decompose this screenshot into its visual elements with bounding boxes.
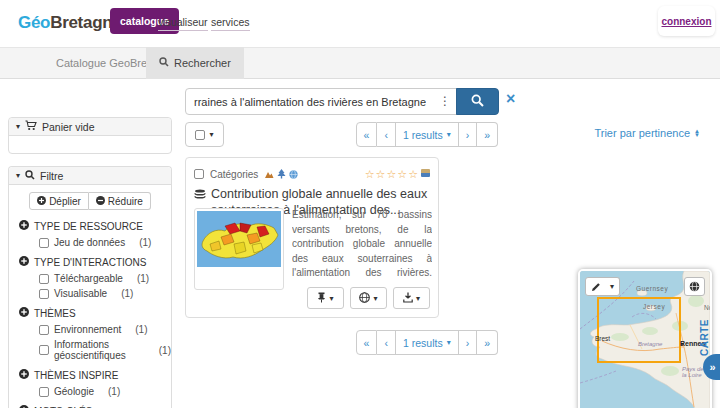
pagination-first-button[interactable]: « [356, 122, 378, 147]
draw-extent-button[interactable] [585, 277, 606, 296]
search-options-button[interactable]: ⋮ [434, 88, 457, 115]
clear-search-button[interactable]: × [506, 91, 515, 107]
pagination-first-button[interactable]: « [356, 330, 378, 355]
facet-checkbox[interactable] [39, 238, 49, 248]
facet-checkbox[interactable] [39, 289, 49, 299]
pagination-next-button[interactable]: › [459, 330, 478, 355]
nav-tab-services[interactable]: services [211, 16, 250, 31]
plus-circle-icon [19, 220, 29, 232]
facet-item[interactable]: Géologie(1) [9, 384, 171, 399]
pagination-prev-button[interactable]: ‹ [377, 330, 396, 355]
chevron-down-icon: ▾ [209, 130, 213, 139]
draw-options-dropdown[interactable]: ▾ [605, 277, 620, 296]
facet-title[interactable]: THÈMES [9, 303, 171, 322]
facet-themes-inspire: THÈMES INSPIRE Géologie(1) [9, 365, 171, 399]
filter-panel-header[interactable]: ▾ Filtre [9, 167, 171, 185]
facet-item[interactable]: Téléchargeable(1) [9, 271, 171, 286]
result-abstract: Estimation, sur 70 bassins versants bret… [292, 208, 432, 282]
facet-item[interactable]: Environnement(1) [9, 322, 171, 337]
search-icon [471, 93, 484, 111]
category-tree-icon [277, 165, 286, 183]
facet-title[interactable]: TYPE DE RESSOURCE [9, 216, 171, 235]
globe-icon [359, 289, 370, 307]
basket-panel: ▾ Panier vide [8, 117, 172, 154]
search-button[interactable] [456, 88, 499, 115]
plus-circle-icon [19, 307, 29, 319]
facet-mots-cles: MOTS-CLÉS Environnement(1) Géologie(1) [9, 401, 171, 408]
facet-checkbox[interactable] [39, 274, 49, 284]
facet-item[interactable]: Jeu de données(1) [9, 235, 171, 250]
globe-icon [689, 278, 700, 296]
close-icon: × [506, 90, 515, 107]
pagination-last-button[interactable]: » [477, 330, 498, 355]
sort-by-relevance-link[interactable]: Trier par pertinence ▲▼ [594, 127, 700, 139]
collapse-all-button[interactable]: Réduire [89, 192, 151, 210]
search-input[interactable] [185, 88, 435, 115]
chevron-down-icon: ▾ [329, 294, 333, 303]
rating-stars[interactable]: ☆☆☆☆☆ [365, 169, 419, 180]
select-all-dropdown[interactable]: ▾ [185, 122, 224, 147]
basket-panel-header[interactable]: ▾ Panier vide [9, 118, 171, 136]
pagination-next-button[interactable]: › [459, 122, 478, 147]
facet-checkbox[interactable] [39, 345, 49, 355]
logo-part-geo: Géo [18, 13, 50, 32]
tab-rechercher-label: Rechercher [174, 57, 231, 69]
facet-title[interactable]: MOTS-CLÉS [9, 401, 171, 408]
facet-title[interactable]: TYPE D'INTERACTIONS [9, 252, 171, 271]
chevron-down-icon: ▾ [447, 338, 451, 347]
facet-item[interactable]: Visualisable(1) [9, 286, 171, 301]
sort-icon: ▲▼ [694, 129, 700, 137]
category-risk-icon [264, 165, 274, 183]
pencil-icon [591, 278, 601, 296]
basket-panel-title: Panier vide [42, 121, 95, 133]
map-zoom-world-button[interactable] [684, 277, 705, 296]
thumbnail-map-image [197, 211, 281, 267]
search-icon [159, 57, 169, 69]
pagination-last-button[interactable]: » [477, 122, 498, 147]
facet-themes: THÈMES Environnement(1) Informations géo… [9, 303, 171, 363]
filter-panel-title: Filtre [40, 170, 63, 182]
pagination-results-dropdown[interactable]: 1 results▾ [396, 330, 459, 355]
nav-tab-visualiseur[interactable]: visualiseur [158, 16, 208, 31]
plus-circle-icon [37, 196, 46, 207]
chevron-down-icon: ▾ [16, 122, 20, 131]
chevron-down-icon: ▾ [447, 130, 451, 139]
chevron-down-icon: ▾ [16, 171, 20, 180]
pagination-results-dropdown[interactable]: 1 results▾ [396, 122, 459, 147]
expand-all-button[interactable]: Déplier [29, 192, 89, 210]
app-header: GéoBretagne® catalogue visualiseur servi… [0, 0, 720, 47]
facet-checkbox[interactable] [39, 325, 49, 335]
connexion-box: connexion [658, 6, 715, 36]
facet-item[interactable]: Informations géoscientifiques(1) [9, 337, 171, 363]
select-all-checkbox[interactable] [195, 130, 205, 140]
chevron-down-icon: ▾ [416, 294, 420, 303]
map-panel-tab-label[interactable]: CARTE [699, 326, 713, 356]
tab-rechercher[interactable]: Rechercher [146, 47, 244, 79]
pin-to-map-button[interactable]: ▾ [307, 287, 344, 309]
connexion-link[interactable]: connexion [661, 16, 711, 27]
download-button[interactable]: ▾ [393, 287, 430, 309]
mini-map[interactable]: Guernsey Jersey Nor Brest Bretagne Renne… [578, 269, 712, 408]
result-actions: ▾ ▾ ▾ [307, 287, 430, 309]
result-thumbnail[interactable] [194, 208, 284, 290]
download-icon [403, 289, 413, 307]
result-card: Catégories ☆☆☆☆☆ Contribution globale an… [185, 157, 439, 318]
plus-circle-icon [19, 369, 29, 381]
cart-icon [25, 120, 37, 133]
minus-circle-icon [96, 196, 105, 207]
view-on-map-button[interactable]: ▾ [350, 287, 387, 309]
pagination-prev-button[interactable]: ‹ [377, 122, 396, 147]
facet-title[interactable]: THÈMES INSPIRE [9, 365, 171, 384]
filter-panel: ▾ Filtre Déplier Réduire TYPE DE RESSOUR… [8, 166, 172, 408]
result-checkbox[interactable] [194, 169, 204, 179]
sort-label: Trier par pertinence [594, 127, 690, 139]
filter-search-icon [25, 170, 35, 182]
chevron-down-icon: ▾ [610, 282, 614, 291]
facet-checkbox[interactable] [39, 387, 49, 397]
catalog-source-logo [421, 169, 430, 177]
pagination-bottom: « ‹ 1 results▾ › » [356, 330, 498, 355]
categories-label: Catégories [210, 169, 258, 180]
facet-type-d-interactions: TYPE D'INTERACTIONS Téléchargeable(1) Vi… [9, 252, 171, 301]
chevron-right-icon: » [709, 361, 715, 373]
plus-circle-icon [19, 256, 29, 268]
